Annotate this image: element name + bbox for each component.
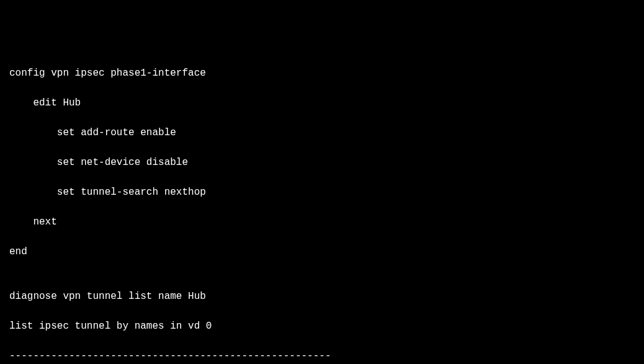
- terminal-line: set net-device disable: [9, 155, 635, 170]
- terminal-line: set tunnel-search nexthop: [9, 185, 635, 200]
- terminal-line: diagnose vpn tunnel list name Hub: [9, 289, 635, 304]
- terminal-line: list ipsec tunnel by names in vd 0: [9, 319, 635, 334]
- terminal-line: edit Hub: [9, 95, 635, 110]
- terminal-line: config vpn ipsec phase1-interface: [9, 66, 635, 81]
- terminal-line: next: [9, 215, 635, 229]
- terminal-line: end: [9, 244, 635, 259]
- terminal-line: ----------------------------------------…: [9, 348, 635, 363]
- terminal-line: set add-route enable: [9, 125, 635, 140]
